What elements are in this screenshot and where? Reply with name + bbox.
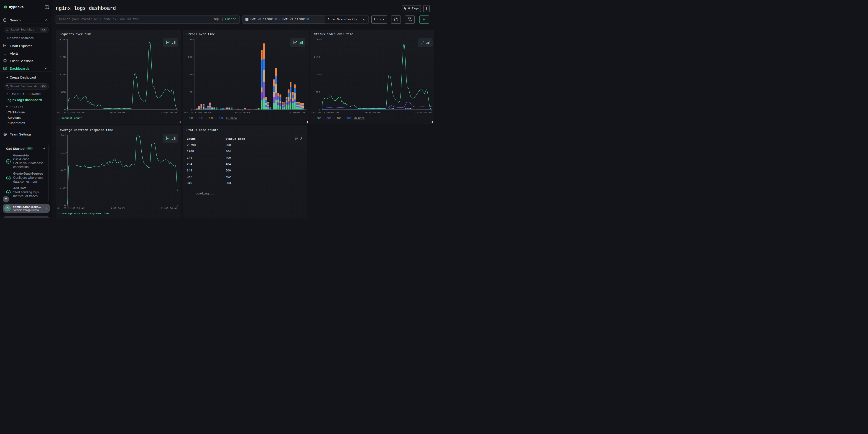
svg-text:2.4K: 2.4K [60,56,66,59]
svg-text:— 404: — 404 [343,117,351,120]
svg-text:700: 700 [315,91,320,94]
svg-text:11:00:00 AM: 11:00:00 AM [415,111,432,114]
svg-text:1.4K: 1.4K [314,73,320,76]
svg-text:1.1: 1.1 [61,151,66,154]
svg-text:800: 800 [61,91,66,94]
svg-text:2.8K: 2.8K [314,38,320,41]
svg-text:9:30:00 PM: 9:30:00 PM [110,111,125,114]
svg-text:+3 more: +3 more [353,117,364,120]
svg-text:0: 0 [64,108,66,111]
svg-text:0.35: 0.35 [60,186,66,189]
svg-text:0: 0 [64,204,66,207]
svg-text:— 404: — 404 [195,117,204,120]
svg-text:Oct 20 11:00:00 AM: Oct 20 11:00:00 AM [57,207,85,210]
svg-text:9:30:00 PM: 9:30:00 PM [110,207,125,210]
svg-text:9:30:00 PM: 9:30:00 PM [365,111,380,114]
svg-text:— Average upstream response ti: — Average upstream response time [58,212,108,215]
svg-text:280: 280 [188,38,192,41]
svg-text:0: 0 [318,108,320,111]
svg-text:9:30:00 PM: 9:30:00 PM [235,111,250,114]
svg-text:1.4: 1.4 [61,134,66,136]
svg-text:11:00:00 AM: 11:00:00 AM [161,207,177,210]
svg-text:— 400: — 400 [333,117,341,120]
svg-text:3.2K: 3.2K [60,38,66,41]
svg-text:0: 0 [191,108,192,111]
svg-text:70: 70 [189,91,192,94]
svg-text:— 200: — 200 [313,117,321,120]
svg-text:— Request count: — Request count [58,117,82,120]
svg-text:— 500: — 500 [206,117,214,120]
svg-text:— 400: — 400 [185,117,193,120]
svg-text:+1 more: +1 more [226,117,237,120]
svg-text:11:00:00 AM: 11:00:00 AM [161,111,177,114]
svg-text:Oct 20 11:00:00 AM: Oct 20 11:00:00 AM [57,111,85,114]
svg-text:10:30:00 AM: 10:30:00 AM [288,111,305,114]
svg-text:Oct 20 11:00:00 AM: Oct 20 11:00:00 AM [184,111,211,114]
svg-text:210: 210 [188,56,192,59]
svg-text:— 304: — 304 [323,117,331,120]
svg-text:Oct 20 11:00:00 AM: Oct 20 11:00:00 AM [311,111,339,114]
svg-text:140: 140 [188,73,192,76]
svg-text:— 502: — 502 [215,117,224,120]
svg-text:1.6K: 1.6K [60,73,66,76]
svg-text:0.7: 0.7 [61,169,66,172]
svg-text:2.1K: 2.1K [314,56,320,59]
